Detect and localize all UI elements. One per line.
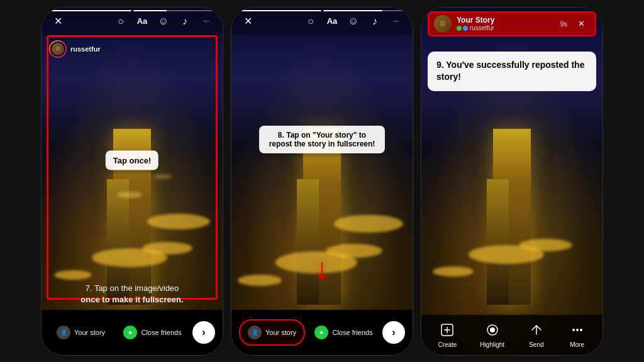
- send-icon: [528, 321, 545, 339]
- your-story-label-2: Your story: [265, 329, 296, 336]
- story-user-1: R russetfur: [49, 40, 101, 58]
- close-icon-3[interactable]: ✕: [572, 15, 590, 33]
- your-story-label-1: Your story: [74, 329, 105, 336]
- more-icon-1[interactable]: ···: [197, 13, 215, 30]
- close-friends-option-1[interactable]: ★ Close friends: [116, 321, 189, 344]
- next-button-2[interactable]: ›: [382, 321, 405, 344]
- sticker-icon-1[interactable]: ☺: [155, 13, 172, 30]
- progress-bars-2: [236, 10, 408, 11]
- svg-point-7: [580, 329, 582, 331]
- send-label: Send: [529, 341, 543, 348]
- red-arrow-2: ↓: [314, 251, 330, 286]
- city-background-2: [231, 8, 413, 355]
- create-action[interactable]: Create: [438, 321, 457, 348]
- top-bar-2: ✕ ○ Aa ☺ ♪ ···: [231, 8, 413, 35]
- close-icon-2[interactable]: ✕: [239, 13, 257, 30]
- step8-instruction: 8. Tap on "Your story" to repost the sto…: [259, 126, 385, 153]
- your-story-option-2[interactable]: 👤 Your story: [239, 319, 305, 346]
- highlight-action[interactable]: Highlight: [480, 321, 504, 348]
- main-container: ✕ ○ Aa ☺ ♪ ··· R russetfur Tap once! 7.: [0, 0, 644, 362]
- dot-blue-3: [463, 26, 468, 31]
- music-icon-2[interactable]: ♪: [366, 13, 384, 30]
- story-username-3: russetfur: [470, 25, 494, 31]
- dot-green-3: [457, 26, 462, 31]
- bottom-actions-3: Create Highlight Send: [421, 315, 602, 355]
- story-time-3: 9s: [560, 20, 567, 28]
- highlight-icon: [484, 321, 501, 339]
- story-name-3: Your Story: [457, 16, 555, 25]
- close-friends-label-2: Close friends: [332, 329, 372, 336]
- text-icon-1[interactable]: Aa: [133, 13, 151, 30]
- close-icon-1[interactable]: ✕: [49, 13, 67, 30]
- create-label: Create: [438, 341, 457, 348]
- step7-caption: 7. Tap on the image/video once to make i…: [47, 283, 218, 305]
- create-icon: [438, 321, 456, 339]
- next-button-1[interactable]: ›: [192, 321, 215, 344]
- more-action[interactable]: More: [569, 321, 586, 348]
- bottom-bar-2: 👤 Your story ★ Close friends ›: [231, 310, 413, 355]
- tap-once-label: Tap once!: [106, 150, 158, 170]
- close-friends-option-2[interactable]: ★ Close friends: [307, 321, 380, 344]
- story-header-text-3: Your Story russetfur: [457, 16, 555, 31]
- your-story-icon-2: 👤: [248, 326, 262, 339]
- story-header-3: R Your Story russetfur 9s ✕: [428, 11, 596, 36]
- story-avatar-3: R: [434, 15, 452, 33]
- phone-panel-1: ✕ ○ Aa ☺ ♪ ··· R russetfur Tap once! 7.: [41, 7, 223, 356]
- top-bar-right-icons-1: ○ Aa ☺ ♪ ···: [112, 13, 215, 30]
- text-icon-2[interactable]: Aa: [323, 13, 341, 30]
- more-icon-2[interactable]: ···: [387, 13, 405, 30]
- user-avatar-1: R: [49, 40, 67, 58]
- avatar-dots-3: [457, 26, 468, 31]
- your-story-option-1[interactable]: 👤 Your story: [49, 321, 113, 344]
- svg-point-5: [572, 329, 575, 331]
- phone-panel-2: ✕ ○ Aa ☺ ♪ ··· 8. Tap on "Your story" to…: [231, 7, 413, 356]
- music-icon-1[interactable]: ♪: [176, 13, 194, 30]
- send-action[interactable]: Send: [528, 321, 545, 348]
- top-bar-right-icons-2: ○ Aa ☺ ♪ ···: [302, 13, 405, 30]
- phone-panel-3: R Your Story russetfur 9s ✕ 9. You've su…: [421, 7, 603, 356]
- svg-point-4: [490, 327, 495, 332]
- circle-icon-1[interactable]: ○: [112, 13, 130, 30]
- circle-icon-2[interactable]: ○: [302, 13, 319, 30]
- success-message-3: 9. You've successfully reposted the stor…: [428, 52, 596, 91]
- story-sub-3: russetfur: [457, 25, 555, 31]
- user-avatar-inner-1: R: [50, 41, 65, 57]
- more-label: More: [570, 341, 584, 348]
- close-friends-icon-1: ★: [123, 326, 137, 339]
- top-bar-1: ✕ ○ Aa ☺ ♪ ···: [42, 8, 223, 35]
- username-1: russetfur: [70, 45, 101, 53]
- sticker-icon-2[interactable]: ☺: [345, 13, 362, 30]
- your-story-icon-1: 👤: [57, 326, 70, 339]
- more-icon-3: [569, 321, 586, 339]
- bottom-bar-1: 👤 Your story ★ Close friends ›: [42, 310, 223, 355]
- close-friends-icon-2: ★: [314, 326, 328, 339]
- progress-bars-1: [47, 10, 218, 11]
- close-friends-label-1: Close friends: [141, 329, 181, 336]
- highlight-label: Highlight: [480, 341, 504, 348]
- svg-point-6: [576, 329, 579, 331]
